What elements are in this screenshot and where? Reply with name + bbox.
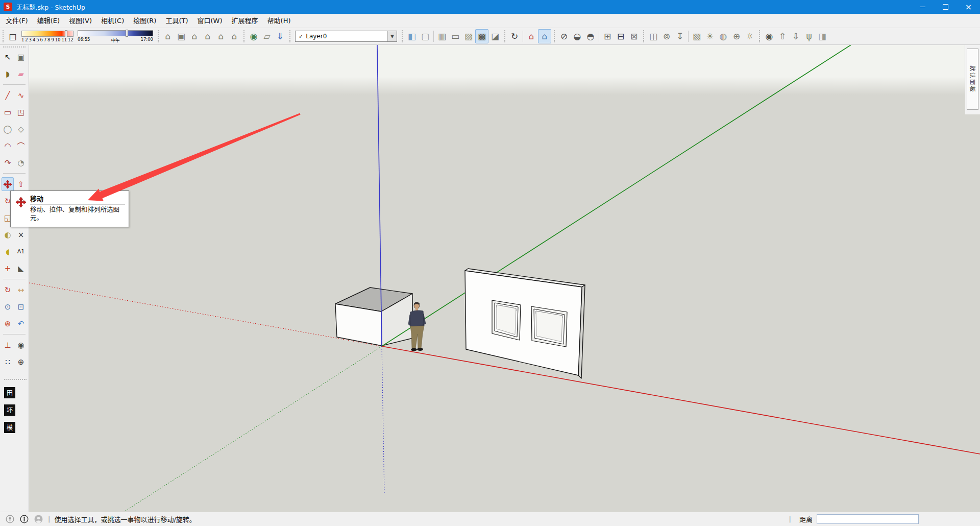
- position-camera-tool[interactable]: ⊥: [2, 338, 14, 352]
- add-location-icon[interactable]: ◉: [247, 29, 260, 43]
- style-shaded-blue-icon[interactable]: ◧: [405, 29, 419, 43]
- zoom-tool[interactable]: ⊙: [2, 300, 14, 314]
- window-left[interactable]: [492, 300, 521, 340]
- menu-item-4[interactable]: 绘图(R): [129, 14, 161, 28]
- move-tool[interactable]: [2, 177, 14, 191]
- orbit-globe-icon[interactable]: ↻: [508, 29, 521, 43]
- menu-item-6[interactable]: 窗口(W): [193, 14, 227, 28]
- shadow-time-slider-thumb[interactable]: [126, 30, 128, 37]
- hide-rest-eye-icon[interactable]: ◉: [763, 29, 776, 43]
- close-button[interactable]: ×: [957, 0, 980, 14]
- make-component-tool[interactable]: ▣: [15, 50, 27, 64]
- three-point-arc-tool[interactable]: ↷: [2, 156, 14, 170]
- layer-dropdown-button[interactable]: ▼: [387, 31, 397, 41]
- section-display-icon[interactable]: ⊚: [660, 29, 673, 43]
- section-plane-icon[interactable]: ◫: [647, 29, 660, 43]
- viewport[interactable]: 默认面板: [29, 45, 980, 512]
- freehand-tool[interactable]: ∿: [15, 88, 27, 102]
- protractor-tool[interactable]: ◖: [2, 245, 14, 258]
- paint-bucket-tool[interactable]: ◗: [2, 67, 14, 81]
- walk-camera-icon[interactable]: ◓: [584, 29, 597, 43]
- front-view-icon[interactable]: ⌂: [188, 29, 201, 43]
- materials-dialog-icon[interactable]: ⊟: [614, 29, 627, 43]
- iso-view-icon[interactable]: ⌂: [161, 29, 175, 43]
- axes-tool[interactable]: +: [2, 261, 14, 275]
- style-textured-icon[interactable]: ▩: [475, 29, 488, 43]
- push-pull-tool[interactable]: ⇧: [15, 177, 27, 191]
- drop-object-icon[interactable]: ⇩: [789, 29, 802, 43]
- daylight-icon[interactable]: ☼: [743, 29, 756, 43]
- style-xray-icon[interactable]: ▢: [419, 29, 432, 43]
- back-view-icon[interactable]: ⌂: [214, 29, 228, 43]
- shadow-date-slider[interactable]: 123456789101112: [21, 31, 74, 42]
- style-shaded-icon[interactable]: ▨: [462, 29, 475, 43]
- turn-compass-tool[interactable]: ⊕: [15, 355, 27, 369]
- fog-icon[interactable]: ◍: [717, 29, 730, 43]
- camera-slash-icon[interactable]: ⊘: [557, 29, 571, 43]
- shadow-time-slider[interactable]: 06:55中午17:00: [78, 30, 153, 43]
- look-around-tool[interactable]: ◉: [15, 338, 27, 352]
- shadow-dialog-icon[interactable]: ▧: [690, 29, 703, 43]
- match-photo-house-icon[interactable]: ⌂: [525, 29, 538, 43]
- components-dialog-icon[interactable]: ⊠: [627, 29, 641, 43]
- default-tray-tab[interactable]: 默认面板: [967, 49, 978, 110]
- maximize-button[interactable]: [934, 0, 957, 14]
- eraser-tool[interactable]: ▰: [15, 67, 27, 81]
- polygon-tool[interactable]: ◇: [15, 122, 27, 136]
- circle-tool[interactable]: ◯: [2, 122, 14, 136]
- select-tool[interactable]: ↖: [2, 50, 14, 64]
- minimize-button[interactable]: [911, 0, 934, 14]
- menu-item-3[interactable]: 相机(C): [96, 14, 129, 28]
- rotated-rectangle-tool[interactable]: ◳: [15, 105, 27, 119]
- measurement-input[interactable]: [817, 514, 919, 524]
- style-wireframe-icon[interactable]: ▥: [435, 29, 449, 43]
- dimension-tool[interactable]: ×: [15, 228, 27, 242]
- photo-house-icon[interactable]: ⌂: [538, 29, 551, 43]
- look-around-camera-icon[interactable]: ◒: [571, 29, 584, 43]
- grid-plugin-button[interactable]: 田: [4, 387, 15, 398]
- entity-info-dialog-icon[interactable]: ⊞: [601, 29, 614, 43]
- style-hidden-line-icon[interactable]: ▭: [449, 29, 462, 43]
- pan-tool[interactable]: ↔: [15, 283, 27, 297]
- sign-in-user-icon[interactable]: [34, 515, 43, 523]
- watermark-icon[interactable]: ◨: [816, 29, 829, 43]
- select-cube-icon[interactable]: ◻: [6, 29, 19, 43]
- raise-object-icon[interactable]: ⇧: [776, 29, 789, 43]
- toggle-terrain-icon[interactable]: ▱: [260, 29, 274, 43]
- menu-item-1[interactable]: 编辑(E): [33, 14, 64, 28]
- line-tool[interactable]: ╱: [2, 88, 14, 102]
- menu-item-7[interactable]: 扩展程序: [227, 14, 263, 28]
- shadow-date-slider-thumb[interactable]: [65, 30, 67, 37]
- text-tool[interactable]: A1: [15, 245, 27, 258]
- window-right[interactable]: [531, 306, 567, 347]
- rectangle-tool[interactable]: ▭: [2, 105, 14, 119]
- menu-item-5[interactable]: 工具(T): [161, 14, 192, 28]
- menu-item-0[interactable]: 文件(F): [1, 14, 33, 28]
- section-cut-icon[interactable]: ↧: [673, 29, 687, 43]
- pie-tool[interactable]: ◔: [15, 156, 27, 170]
- orbit-tool[interactable]: ↻: [2, 283, 14, 297]
- credits-info-icon[interactable]: [20, 515, 29, 523]
- walk-tool[interactable]: ∷: [2, 355, 14, 369]
- zoom-extents-tool[interactable]: ⊛: [2, 317, 14, 330]
- left-view-icon[interactable]: ⌂: [228, 29, 241, 43]
- right-view-icon[interactable]: ⌂: [201, 29, 214, 43]
- photo-textures-icon[interactable]: ⇓: [274, 29, 287, 43]
- mo-plugin-button[interactable]: 模: [4, 422, 15, 433]
- grass-icon[interactable]: ψ: [802, 29, 816, 43]
- top-view-icon[interactable]: ▣: [175, 29, 188, 43]
- menu-item-2[interactable]: 视图(V): [64, 14, 96, 28]
- three-d-text-tool[interactable]: ◣: [15, 261, 27, 275]
- previous-view-tool[interactable]: ↶: [15, 317, 27, 330]
- two-point-arc-tool[interactable]: ⌒: [15, 139, 27, 153]
- layer-combobox[interactable]: ✓Layer0▼: [295, 31, 397, 42]
- style-monochrome-icon[interactable]: ◪: [488, 29, 502, 43]
- tape-measure-tool[interactable]: ◐: [2, 228, 14, 242]
- zoom-window-tool[interactable]: ⊡: [15, 300, 27, 314]
- arc-tool[interactable]: ◠: [2, 139, 14, 153]
- geo-globe-icon[interactable]: ⊕: [730, 29, 743, 43]
- geolocation-status-icon[interactable]: [6, 515, 14, 523]
- shadow-date-slider-track[interactable]: [21, 31, 74, 37]
- sun-icon[interactable]: ☀: [703, 29, 717, 43]
- shadow-time-slider-track[interactable]: [78, 30, 153, 36]
